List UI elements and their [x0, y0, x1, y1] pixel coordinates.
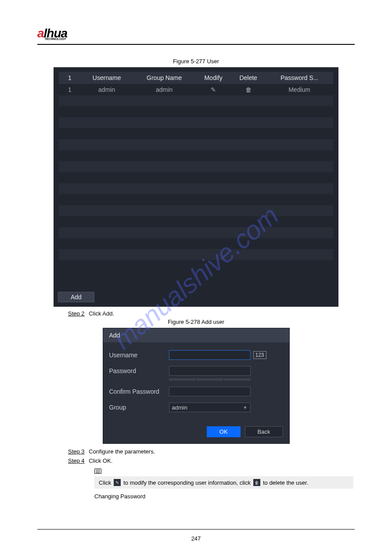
back-button[interactable]: Back: [245, 426, 283, 437]
page-number: 247: [0, 535, 392, 542]
col-password-strength: Password S...: [266, 72, 333, 84]
group-label: Group: [109, 404, 169, 411]
password-strength-meter: [169, 378, 251, 381]
note-content: Click ✎ to modify the corresponding user…: [94, 476, 353, 489]
trash-icon: 🗑: [253, 479, 260, 486]
username-input[interactable]: [169, 350, 251, 360]
input-mode-badge[interactable]: 123: [253, 351, 266, 359]
step-3-label: Step 3: [68, 448, 85, 455]
confirm-password-label: Confirm Password: [109, 388, 169, 395]
add-user-dialog: Add Username 123 Password Confirm Passwo…: [103, 328, 290, 444]
step-2-text: Click Add.: [89, 310, 114, 317]
note-header: [94, 467, 355, 475]
note-icon: [94, 468, 101, 474]
note-suffix: to delete the user.: [263, 479, 308, 486]
cell-group: admin: [133, 84, 196, 95]
user-list-screenshot: 1 Username Group Name Modify Delete Pass…: [54, 67, 338, 307]
step-3: Step 3 Configure the parameters.: [68, 448, 355, 455]
col-groupname: Group Name: [133, 72, 196, 84]
note-prefix: Click: [99, 479, 111, 486]
section-heading: Changing Password: [94, 493, 355, 500]
username-label: Username: [109, 352, 169, 359]
cell-modify[interactable]: ✎: [196, 84, 231, 95]
step-4-text: Click OK.: [89, 457, 112, 464]
user-table: 1 Username Group Name Modify Delete Pass…: [59, 72, 333, 95]
col-username: Username: [81, 72, 133, 84]
chevron-down-icon: ▼: [243, 405, 248, 410]
group-select-value: admin: [172, 404, 187, 411]
table-row: 1 admin admin ✎ 🗑 Medium: [59, 84, 333, 95]
figure-1-caption: Figure 5-277 User: [37, 58, 355, 65]
table-empty-area: [59, 95, 333, 271]
col-delete: Delete: [231, 72, 266, 84]
pencil-icon: ✎: [114, 479, 121, 486]
group-select[interactable]: admin ▼: [169, 403, 251, 412]
figure-2-caption: Figure 5-278 Add user: [37, 319, 355, 325]
password-label: Password: [109, 367, 169, 374]
step-2-label: Step 2: [68, 310, 85, 317]
cell-username: admin: [81, 84, 133, 95]
brand-header: alhua TECHNOLOGY: [37, 26, 355, 45]
footer-rule: [37, 529, 355, 530]
step-2: Step 2 Click Add.: [68, 310, 355, 317]
confirm-password-input[interactable]: [169, 387, 251, 396]
col-modify: Modify: [196, 72, 231, 84]
pencil-icon: ✎: [211, 86, 216, 93]
trash-icon: 🗑: [245, 86, 252, 93]
col-index: 1: [59, 72, 81, 84]
ok-button[interactable]: OK: [207, 426, 241, 437]
cell-strength: Medium: [266, 84, 333, 95]
note-mid: to modify the corresponding user informa…: [123, 479, 251, 486]
add-button[interactable]: Add: [58, 292, 94, 302]
brand-subtext: TECHNOLOGY: [44, 37, 66, 40]
dialog-title: Add: [103, 328, 289, 342]
step-3-text: Configure the parameters.: [89, 448, 155, 455]
step-4: Step 4 Click OK.: [68, 457, 355, 464]
cell-delete[interactable]: 🗑: [231, 84, 266, 95]
step-4-label: Step 4: [68, 457, 85, 464]
password-input[interactable]: [169, 366, 251, 376]
cell-index: 1: [59, 84, 81, 95]
